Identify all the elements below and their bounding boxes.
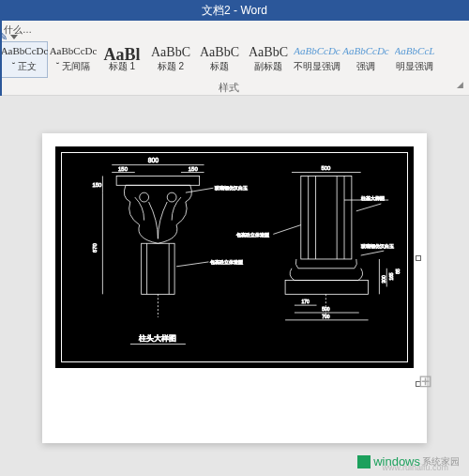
- style-item-3[interactable]: AaBbC标题 2: [147, 41, 194, 78]
- svg-text:玻璃钢仿汉白玉: 玻璃钢仿汉白玉: [361, 243, 394, 249]
- title-bar: 文档2 - Word: [0, 0, 469, 21]
- svg-text:玻璃钢仿汉白玉: 玻璃钢仿汉白玉: [215, 185, 248, 191]
- style-preview: AaBbCcDc: [342, 46, 388, 56]
- svg-text:170: 170: [302, 299, 310, 304]
- style-item-2[interactable]: AaBl标题 1: [98, 41, 145, 78]
- style-preview: AaBbCcDc: [294, 46, 340, 56]
- style-label: ˘ 正文: [12, 60, 37, 73]
- svg-text:包裹砼立体造型: 包裹砼立体造型: [210, 259, 243, 265]
- style-preview: AaBbC: [200, 46, 239, 59]
- svg-line-18: [186, 188, 214, 192]
- style-label: 强调: [356, 60, 375, 73]
- svg-rect-6: [116, 176, 200, 185]
- style-item-1[interactable]: AaBbCcDc˘ 无间隔: [50, 41, 97, 78]
- watermark-url: www.ruihaifu.com: [382, 463, 448, 472]
- svg-text:300: 300: [382, 275, 386, 283]
- style-label: 标题 2: [158, 60, 184, 73]
- svg-line-46: [356, 204, 382, 211]
- cad-svg: 800 150 150 150: [55, 146, 414, 368]
- svg-text:包裹砼立体造型: 包裹砼立体造型: [236, 232, 269, 238]
- style-item-0[interactable]: AaBbCcDc˘ 正文: [1, 41, 48, 78]
- watermark: windows 系统家园 www.ruihaifu.com: [357, 454, 460, 468]
- dialog-launcher-icon[interactable]: ◢: [457, 80, 463, 95]
- ribbon: 什么… AaBbCcDc˘ 正文AaBbCcDc˘ 无间隔AaBl标题 1AaB…: [0, 21, 469, 96]
- style-item-4[interactable]: AaBbC标题: [196, 41, 243, 78]
- svg-text:165: 165: [389, 272, 394, 280]
- flag-icon: [357, 455, 371, 468]
- svg-rect-10: [142, 243, 174, 294]
- chevron-down-icon: [10, 35, 18, 39]
- svg-text:150: 150: [118, 166, 129, 172]
- page: 800 150 150 150: [42, 133, 427, 443]
- style-label: 明显强调: [396, 60, 433, 73]
- svg-text:150: 150: [93, 182, 103, 188]
- style-label: 标题: [210, 60, 229, 73]
- style-preview: AaBbC: [151, 46, 190, 59]
- style-label: 不明显强调: [294, 60, 340, 73]
- styles-gallery[interactable]: AaBbCcDc˘ 正文AaBbCcDc˘ 无间隔AaBl标题 1AaBbC标题…: [0, 39, 469, 80]
- svg-text:85: 85: [396, 269, 401, 274]
- style-preview: AaBbCcDc: [1, 46, 49, 56]
- cad-drawing-image[interactable]: 800 150 150 150: [53, 145, 416, 370]
- style-preview: AaBl: [103, 46, 140, 60]
- style-label: 副标题: [254, 60, 282, 73]
- resize-handle-right[interactable]: [416, 255, 421, 261]
- style-item-7[interactable]: AaBbCcDc强调: [342, 41, 389, 78]
- style-item-6[interactable]: AaBbCcDc不明显强调: [294, 41, 340, 78]
- svg-text:700: 700: [322, 315, 329, 319]
- style-label: 标题 1: [109, 60, 135, 73]
- ribbon-left-fragment[interactable]: ✎: [0, 28, 17, 45]
- svg-text:800: 800: [148, 157, 159, 163]
- svg-point-9: [167, 192, 176, 202]
- style-item-5[interactable]: AaBbC副标题: [245, 41, 292, 78]
- svg-line-44: [273, 225, 301, 235]
- style-label: ˘ 无间隔: [56, 60, 90, 73]
- style-preview: AaBbCcL: [395, 46, 435, 56]
- document-title: 文档2 - Word: [202, 0, 267, 21]
- svg-rect-31: [285, 281, 369, 295]
- ribbon-top-row: 什么…: [0, 21, 469, 39]
- style-item-8[interactable]: AaBbCcL明显强调: [391, 41, 438, 78]
- document-canvas[interactable]: 800 150 150 150: [0, 96, 469, 476]
- svg-text:670: 670: [92, 243, 98, 253]
- style-preview: AaBbCcDc: [50, 46, 98, 56]
- style-preview: AaBbC: [249, 46, 288, 59]
- svg-line-49: [361, 251, 385, 255]
- svg-text:柱头大样图: 柱头大样图: [139, 334, 176, 343]
- svg-point-8: [140, 192, 149, 202]
- svg-text:500: 500: [321, 165, 331, 171]
- ribbon-group-label: 样式: [0, 80, 457, 95]
- svg-line-20: [176, 262, 208, 267]
- layout-options-icon[interactable]: ⊞: [418, 371, 432, 392]
- svg-text:500: 500: [322, 307, 329, 312]
- svg-text:150: 150: [189, 166, 199, 172]
